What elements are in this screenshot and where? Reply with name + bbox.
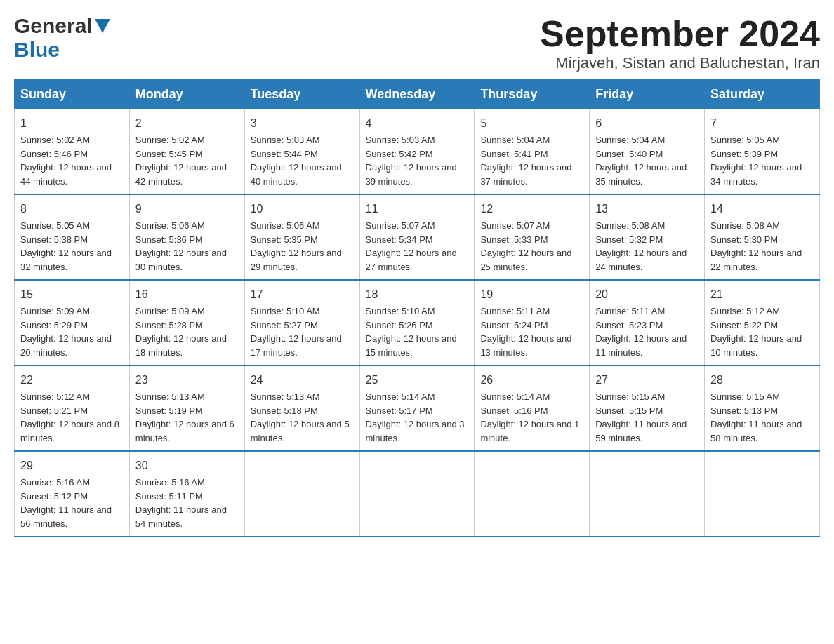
sunset-info: Sunset: 5:17 PM	[366, 405, 433, 416]
sunset-info: Sunset: 5:13 PM	[710, 405, 778, 416]
daylight-info: Daylight: 12 hours and 34 minutes.	[710, 162, 802, 187]
calendar-title-section: September 2024 Mirjaveh, Sistan and Balu…	[540, 14, 820, 72]
daylight-info: Daylight: 12 hours and 30 minutes.	[135, 248, 227, 272]
sunrise-info: Sunrise: 5:12 AM	[20, 391, 90, 402]
day-number: 5	[480, 115, 583, 132]
sunset-info: Sunset: 5:45 PM	[135, 149, 203, 159]
day-number: 11	[366, 201, 469, 217]
sunset-info: Sunset: 5:44 PM	[251, 149, 318, 159]
sunset-info: Sunset: 5:15 PM	[595, 405, 663, 416]
calendar-week-row: 15Sunrise: 5:09 AMSunset: 5:29 PMDayligh…	[15, 280, 820, 365]
page-header: General Blue September 2024 Mirjaveh, Si…	[14, 14, 820, 72]
daylight-info: Daylight: 12 hours and 42 minutes.	[135, 162, 227, 187]
day-number: 7	[710, 115, 814, 132]
daylight-info: Daylight: 12 hours and 32 minutes.	[20, 248, 112, 272]
daylight-info: Daylight: 12 hours and 10 minutes.	[710, 333, 802, 358]
day-number: 1	[20, 115, 124, 132]
daylight-info: Daylight: 12 hours and 22 minutes.	[710, 248, 802, 272]
day-number: 17	[251, 286, 354, 303]
header-wednesday: Wednesday	[359, 80, 475, 109]
daylight-info: Daylight: 12 hours and 20 minutes.	[20, 333, 112, 358]
table-row: 7Sunrise: 5:05 AMSunset: 5:39 PMDaylight…	[705, 109, 820, 195]
table-row: 3Sunrise: 5:03 AMSunset: 5:44 PMDaylight…	[244, 109, 359, 195]
table-row: 18Sunrise: 5:10 AMSunset: 5:26 PMDayligh…	[359, 280, 475, 365]
sunrise-info: Sunrise: 5:08 AM	[710, 220, 780, 231]
day-number: 30	[135, 457, 239, 474]
table-row: 19Sunrise: 5:11 AMSunset: 5:24 PMDayligh…	[475, 280, 590, 365]
table-row	[475, 451, 590, 537]
day-number: 22	[20, 372, 124, 389]
header-saturday: Saturday	[705, 80, 820, 109]
sunset-info: Sunset: 5:34 PM	[366, 234, 433, 245]
daylight-info: Daylight: 12 hours and 3 minutes.	[366, 419, 465, 443]
day-number: 8	[20, 201, 124, 217]
day-number: 20	[595, 286, 699, 303]
sunrise-info: Sunrise: 5:16 AM	[135, 477, 205, 488]
daylight-info: Daylight: 12 hours and 27 minutes.	[366, 248, 457, 272]
sunset-info: Sunset: 5:42 PM	[366, 149, 433, 159]
sunrise-info: Sunrise: 5:09 AM	[20, 306, 90, 316]
sunset-info: Sunset: 5:39 PM	[710, 149, 778, 159]
calendar-week-row: 1Sunrise: 5:02 AMSunset: 5:46 PMDaylight…	[15, 109, 820, 195]
daylight-info: Daylight: 11 hours and 58 minutes.	[710, 419, 802, 443]
day-number: 29	[20, 457, 124, 474]
daylight-info: Daylight: 12 hours and 35 minutes.	[595, 162, 687, 187]
sunrise-info: Sunrise: 5:15 AM	[710, 391, 780, 402]
sunset-info: Sunset: 5:36 PM	[135, 234, 203, 245]
sunrise-info: Sunrise: 5:03 AM	[251, 135, 320, 145]
sunset-info: Sunset: 5:26 PM	[366, 320, 433, 330]
logo-general-text: General	[14, 14, 93, 38]
daylight-info: Daylight: 12 hours and 15 minutes.	[366, 333, 457, 358]
daylight-info: Daylight: 11 hours and 56 minutes.	[20, 504, 112, 529]
table-row: 8Sunrise: 5:05 AMSunset: 5:38 PMDaylight…	[15, 194, 130, 280]
table-row: 17Sunrise: 5:10 AMSunset: 5:27 PMDayligh…	[244, 280, 359, 365]
sunset-info: Sunset: 5:22 PM	[710, 320, 778, 330]
sunrise-info: Sunrise: 5:04 AM	[595, 135, 665, 145]
sunrise-info: Sunrise: 5:05 AM	[20, 220, 90, 231]
calendar-header-row: Sunday Monday Tuesday Wednesday Thursday…	[15, 80, 820, 109]
sunrise-info: Sunrise: 5:07 AM	[480, 220, 550, 231]
table-row: 25Sunrise: 5:14 AMSunset: 5:17 PMDayligh…	[359, 365, 475, 451]
calendar-week-row: 22Sunrise: 5:12 AMSunset: 5:21 PMDayligh…	[15, 365, 820, 451]
calendar-location: Mirjaveh, Sistan and Baluchestan, Iran	[540, 54, 820, 72]
sunrise-info: Sunrise: 5:15 AM	[595, 391, 665, 402]
daylight-info: Daylight: 12 hours and 24 minutes.	[595, 248, 687, 272]
table-row: 30Sunrise: 5:16 AMSunset: 5:11 PMDayligh…	[129, 451, 244, 537]
table-row: 9Sunrise: 5:06 AMSunset: 5:36 PMDaylight…	[129, 194, 244, 280]
daylight-info: Daylight: 12 hours and 13 minutes.	[480, 333, 571, 358]
sunrise-info: Sunrise: 5:05 AM	[710, 135, 780, 145]
sunrise-info: Sunrise: 5:07 AM	[366, 220, 435, 231]
day-number: 19	[480, 286, 583, 303]
daylight-info: Daylight: 11 hours and 59 minutes.	[595, 419, 687, 443]
table-row	[244, 451, 359, 537]
table-row: 10Sunrise: 5:06 AMSunset: 5:35 PMDayligh…	[244, 194, 359, 280]
day-number: 15	[20, 286, 124, 303]
calendar-month-year: September 2024	[540, 14, 820, 54]
table-row: 20Sunrise: 5:11 AMSunset: 5:23 PMDayligh…	[590, 280, 705, 365]
header-tuesday: Tuesday	[244, 80, 359, 109]
sunrise-info: Sunrise: 5:10 AM	[366, 306, 435, 316]
daylight-info: Daylight: 12 hours and 37 minutes.	[480, 162, 571, 187]
sunrise-info: Sunrise: 5:13 AM	[251, 391, 320, 402]
sunset-info: Sunset: 5:21 PM	[20, 405, 88, 416]
sunset-info: Sunset: 5:27 PM	[251, 320, 318, 330]
daylight-info: Daylight: 12 hours and 25 minutes.	[480, 248, 571, 272]
table-row	[705, 451, 820, 537]
sunset-info: Sunset: 5:40 PM	[595, 149, 663, 159]
sunrise-info: Sunrise: 5:03 AM	[366, 135, 435, 145]
table-row: 23Sunrise: 5:13 AMSunset: 5:19 PMDayligh…	[129, 365, 244, 451]
sunset-info: Sunset: 5:32 PM	[595, 234, 663, 245]
table-row: 24Sunrise: 5:13 AMSunset: 5:18 PMDayligh…	[244, 365, 359, 451]
table-row: 15Sunrise: 5:09 AMSunset: 5:29 PMDayligh…	[15, 280, 130, 365]
day-number: 26	[480, 372, 583, 389]
sunset-info: Sunset: 5:29 PM	[20, 320, 88, 330]
table-row: 5Sunrise: 5:04 AMSunset: 5:41 PMDaylight…	[475, 109, 590, 195]
day-number: 2	[135, 115, 239, 132]
table-row: 1Sunrise: 5:02 AMSunset: 5:46 PMDaylight…	[15, 109, 130, 195]
sunset-info: Sunset: 5:16 PM	[480, 405, 548, 416]
sunset-info: Sunset: 5:33 PM	[480, 234, 548, 245]
sunset-info: Sunset: 5:12 PM	[20, 491, 88, 502]
sunrise-info: Sunrise: 5:16 AM	[20, 477, 90, 488]
day-number: 14	[710, 201, 814, 217]
calendar-week-row: 8Sunrise: 5:05 AMSunset: 5:38 PMDaylight…	[15, 194, 820, 280]
